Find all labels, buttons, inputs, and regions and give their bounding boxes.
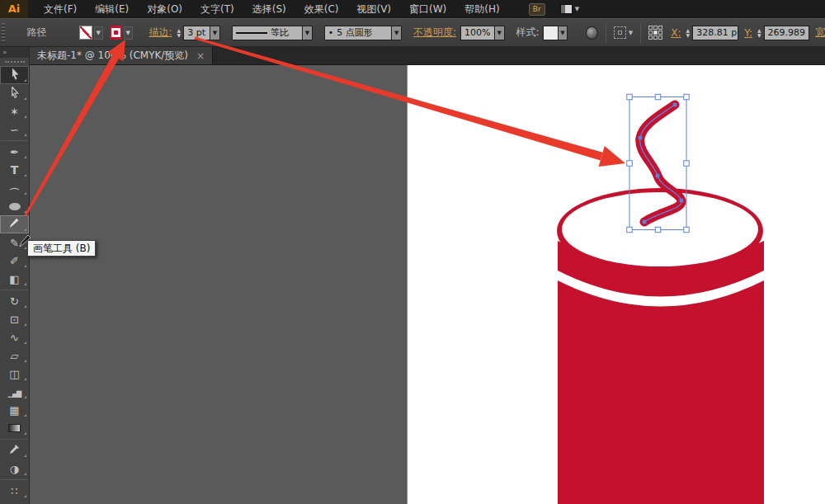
menu-file[interactable]: 文件(F) [35,0,86,18]
stroke-color-dropdown-caret[interactable]: ▼ [124,26,133,40]
bridge-button[interactable]: Br [529,3,545,16]
brush-bullet-icon: • [328,26,334,40]
width-label-cut[interactable]: 宽 [815,26,825,40]
select-similar-icon[interactable] [614,26,626,39]
y-label[interactable]: Y: [744,27,752,39]
ref-pt[interactable] [648,31,653,35]
lasso-tool[interactable]: ∽ [0,120,29,139]
stroke-swatch-ring [111,28,120,37]
menu-edit[interactable]: 编辑(E) [86,0,138,18]
opacity-panel-link[interactable]: 不透明度: [413,26,456,40]
reference-point-grid[interactable] [648,26,662,40]
stroke-weight-stepper[interactable]: ▲ ▼ [177,28,182,38]
canvas-area[interactable] [30,65,825,504]
cylinder-body[interactable] [558,280,764,504]
blend-tool[interactable]: ◑ [0,459,29,478]
app-logo-icon: Ai [0,0,28,18]
ref-pt-center[interactable] [653,31,658,35]
chevron-down-icon: ▼ [575,6,579,12]
document-tab-bar: 未标题-1* @ 100% (CMYK/预览) × [30,47,825,65]
ref-pt[interactable] [658,26,662,30]
menu-type[interactable]: 文字(T) [191,0,243,18]
blob-brush-tool[interactable]: ✐ [0,252,29,270]
y-stepper[interactable]: ▲ ▼ [757,28,761,38]
x-value-field[interactable]: 328.81 p [692,26,738,40]
shape-builder-tool[interactable]: ◫ [0,365,29,383]
brush-definition-dropdown[interactable]: ▼ [392,26,402,40]
menu-help[interactable]: 帮助(H) [455,0,508,18]
ref-pt[interactable] [658,35,662,40]
style-swatch[interactable] [543,26,559,40]
eraser-tool[interactable]: ◧ [0,270,29,288]
selection-tool[interactable] [0,66,29,84]
shape-builder-icon: ◫ [9,368,19,380]
control-bar: 路径 ▼ ▼ 描边: ▲ ▼ 3 pt ▼ 等比 ▼ • 5 点圆形 ▼ 不透明… [0,18,825,47]
direct-selection-icon [9,87,20,101]
ref-pt[interactable] [648,35,653,40]
stroke-weight-dropdown[interactable]: ▼ [210,26,220,40]
collapse-panel-icon[interactable]: » [0,47,29,58]
opacity-field[interactable]: 100% [460,26,495,40]
stepper-down-icon[interactable]: ▼ [177,33,182,38]
panel-grip-dots[interactable] [0,58,29,66]
x-label[interactable]: X: [671,27,681,39]
arc-tool[interactable]: ( [0,179,29,197]
recolor-artwork-icon[interactable] [586,26,597,40]
free-transform-icon: ▱ [11,350,19,362]
y-value-field[interactable]: 269.989 [764,26,810,40]
symbol-sprayer-icon: ∷ [11,485,17,497]
menu-window[interactable]: 窗口(W) [400,0,455,18]
x-stepper[interactable]: ▲ ▼ [686,28,691,38]
profile-dropdown[interactable]: ▼ [303,26,313,40]
stepper-down-icon[interactable]: ▼ [686,33,691,38]
menu-view[interactable]: 视图(V) [347,0,400,18]
brush-definition[interactable]: • 5 点圆形 [324,26,393,40]
pen-icon: ✒ [10,146,19,158]
direct-selection-tool[interactable] [0,84,29,102]
blob-brush-icon: ✐ [10,255,19,267]
panel-grip[interactable] [2,23,5,43]
document-title: 未标题-1* @ 100% (CMYK/预览) [37,49,188,63]
free-transform-tool[interactable]: ▱ [0,346,29,365]
paintbrush-tool[interactable] [0,215,29,233]
column-graph-tool[interactable]: ▁▄▇ [0,383,29,401]
fill-dropdown-caret[interactable]: ▼ [94,26,103,40]
mesh-icon: ▦ [9,404,19,417]
ref-pt[interactable] [648,26,653,30]
style-dropdown[interactable]: ▼ [559,26,568,40]
scale-tool[interactable]: ⊡ [0,310,29,328]
variable-width-profile[interactable]: 等比 [232,26,303,40]
separator [606,23,606,43]
mesh-tool[interactable]: ▦ [0,401,29,419]
opacity-dropdown[interactable]: ▼ [495,26,505,40]
ref-pt[interactable] [653,35,658,40]
ref-pt[interactable] [658,31,662,35]
eyedropper-tool[interactable] [0,441,29,459]
stepper-down-icon[interactable]: ▼ [757,33,761,38]
workspace-switcher[interactable]: ▼ [560,4,579,14]
stroke-panel-link[interactable]: 描边: [149,26,172,40]
selection-icon [9,68,21,82]
close-icon[interactable]: × [196,51,205,61]
gradient-tool[interactable] [0,419,29,437]
scale-icon: ⊡ [10,313,19,326]
menu-effect[interactable]: 效果(C) [295,0,348,18]
ref-pt[interactable] [653,26,658,30]
symbol-sprayer-tool[interactable]: ∷ [0,482,29,500]
menu-select[interactable]: 选择(S) [243,0,295,18]
magic-wand-tool[interactable]: ✶ [0,102,29,120]
tools-panel: » ✶∽✒T(✎✐◧↻⊡∿▱◫▁▄▇▦◑∷ [0,47,30,504]
select-similar-caret[interactable]: ▼ [629,30,633,36]
rotate-tool[interactable]: ↻ [0,292,29,310]
stroke-color-swatch[interactable] [110,26,122,40]
stroke-weight-field[interactable]: 3 pt [183,26,210,40]
document-tab[interactable]: 未标题-1* @ 100% (CMYK/预览) × [30,47,213,64]
width-tool[interactable]: ∿ [0,328,29,346]
type-tool[interactable]: T [0,161,29,179]
ellipse-tool[interactable] [0,197,29,215]
fill-swatch-none[interactable] [79,26,92,40]
pen-tool[interactable]: ✒ [0,143,29,161]
menu-object[interactable]: 对象(O) [138,0,191,18]
lasso-icon: ∽ [10,124,19,136]
type-icon: T [11,163,19,177]
